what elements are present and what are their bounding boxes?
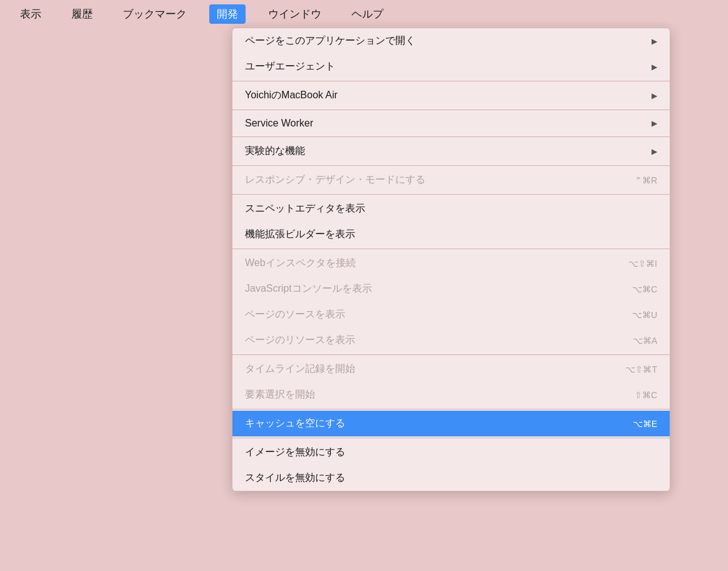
submenu-arrow-service-worker: ▶ [652,119,657,128]
menu-bar-item-develop[interactable]: 開発 [209,4,246,24]
shortcut-element-select: ⇧⌘C [635,390,657,400]
menu-item-macbook-air[interactable]: YoichiのMacBook Air ▶ [232,83,670,108]
submenu-arrow-macbook-air: ▶ [652,91,657,100]
menu-item-experimental[interactable]: 実験的な機能 ▶ [232,138,670,164]
menu-item-open-in-app[interactable]: ページをこのアプリケーションで開く ▶ [232,28,670,54]
menu-bar-item-window[interactable]: ウインドウ [261,4,329,24]
menu-bar-item-history[interactable]: 履歴 [64,4,100,24]
shortcut-clear-cache: ⌥⌘E [633,419,657,429]
menu-item-service-worker[interactable]: Service Worker ▶ [232,111,670,135]
menu-item-user-agent[interactable]: ユーザエージェント ▶ [232,54,670,80]
separator-8 [232,409,670,409]
menu-item-page-source: ページのソースを表示 ⌥⌘U [232,302,670,327]
menu-item-js-console: JavaScriptコンソールを表示 ⌥⌘C [232,276,670,302]
shortcut-page-source: ⌥⌘U [632,310,657,320]
submenu-arrow-experimental: ▶ [652,147,657,156]
shortcut-timeline-record: ⌥⇧⌘T [625,364,657,374]
menu-item-disable-styles[interactable]: スタイルを無効にする [232,465,670,491]
shortcut-web-inspector: ⌥⇧⌘I [628,259,657,269]
menu-item-element-select: 要素選択を開始 ⇧⌘C [232,382,670,408]
menu-item-clear-cache[interactable]: キャッシュを空にする ⌥⌘E [232,411,670,436]
dropdown-menu: ページをこのアプリケーションで開く ▶ ユーザエージェント ▶ YoichiのM… [232,28,670,491]
menu-item-web-inspector: Webインスペクタを接続 ⌥⇧⌘I [232,250,670,276]
separator-7 [232,354,670,355]
menu-item-disable-images[interactable]: イメージを無効にする [232,440,670,465]
menu-item-timeline-record: タイムライン記録を開始 ⌥⇧⌘T [232,356,670,382]
menu-item-snippet-editor[interactable]: スニペットエディタを表示 [232,196,670,222]
menu-bar-item-display[interactable]: 表示 [13,4,49,24]
separator-4 [232,165,670,166]
separator-5 [232,194,670,195]
menu-item-page-resources: ページのリソースを表示 ⌥⌘A [232,327,670,353]
menu-bar-item-bookmarks[interactable]: ブックマーク [115,4,194,24]
shortcut-responsive-design: ⌃⌘R [635,175,657,185]
separator-6 [232,249,670,249]
separator-1 [232,81,670,81]
shortcut-page-resources: ⌥⌘A [633,336,657,346]
menu-bar-item-help[interactable]: ヘルプ [344,4,391,24]
menu-item-extension-builder[interactable]: 機能拡張ビルダーを表示 [232,222,670,247]
submenu-arrow-open-in-app: ▶ [652,37,657,46]
submenu-arrow-user-agent: ▶ [652,63,657,71]
separator-2 [232,110,670,110]
menu-bar: 表示 履歴 ブックマーク 開発 ウインドウ ヘルプ [0,0,728,28]
separator-9 [232,438,670,438]
shortcut-js-console: ⌥⌘C [632,284,657,294]
separator-3 [232,136,670,137]
menu-item-responsive-design: レスポンシブ・デザイン・モードにする ⌃⌘R [232,167,670,193]
